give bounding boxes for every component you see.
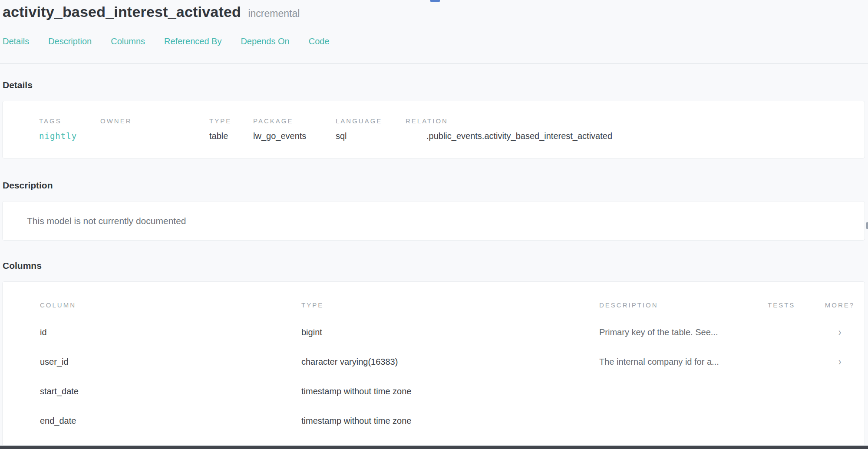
tab-depends-on[interactable]: Depends On xyxy=(241,36,289,46)
tab-columns[interactable]: Columns xyxy=(111,36,145,46)
cell-column-name: user_id xyxy=(40,357,301,367)
cell-column-type: bigint xyxy=(301,327,599,337)
columns-table-header: COLUMN TYPE DESCRIPTION TESTS MORE? xyxy=(3,299,865,310)
cell-column-description: Primary key of the table. See... xyxy=(599,327,768,337)
field-type: TYPE table xyxy=(209,117,253,142)
field-label-owner: OWNER xyxy=(100,117,209,125)
field-label-package: PACKAGE xyxy=(253,117,336,125)
nav-divider xyxy=(0,63,868,64)
page-header: activity_based_interest_activated increm… xyxy=(0,0,868,20)
tab-details[interactable]: Details xyxy=(3,36,29,46)
description-section-heading: Description xyxy=(3,180,868,191)
column-header-more: MORE? xyxy=(822,301,857,309)
page-title: activity_based_interest_activated xyxy=(3,3,241,20)
tab-referenced-by[interactable]: Referenced By xyxy=(164,36,221,46)
field-label-tags: TAGS xyxy=(39,117,100,125)
field-value-package: lw_go_events xyxy=(253,131,336,142)
column-header-description: DESCRIPTION xyxy=(599,301,768,309)
field-owner: OWNER xyxy=(100,117,209,142)
column-header-type: TYPE xyxy=(301,301,599,309)
tab-code[interactable]: Code xyxy=(309,36,330,46)
columns-section-heading: Columns xyxy=(3,261,868,271)
details-card: TAGS nightly OWNER TYPE table PACKAGE lw… xyxy=(2,101,865,158)
column-header-column: COLUMN xyxy=(40,301,301,309)
description-card: This model is not currently documented xyxy=(2,201,865,241)
details-section-heading: Details xyxy=(3,80,868,90)
cell-column-name: end_date xyxy=(40,416,301,426)
bottom-edge-bar xyxy=(0,445,868,449)
columns-card: COLUMN TYPE DESCRIPTION TESTS MORE? id b… xyxy=(2,281,865,449)
cell-column-name: id xyxy=(40,327,301,337)
cell-column-type: timestamp without time zone xyxy=(301,416,599,426)
field-value-owner xyxy=(100,131,209,142)
field-label-language: LANGUAGE xyxy=(336,117,406,125)
cut-off-link-fragment xyxy=(430,0,440,2)
tab-nav: Details Description Columns Referenced B… xyxy=(3,36,868,46)
field-label-relation: RELATION xyxy=(406,117,865,125)
field-value-relation: .public_events.activity_based_interest_a… xyxy=(406,131,865,142)
field-label-type: TYPE xyxy=(209,117,253,125)
field-tags: TAGS nightly xyxy=(39,117,100,142)
description-text: This model is not currently documented xyxy=(27,215,865,227)
table-row-end-date[interactable]: end_date timestamp without time zone xyxy=(3,406,865,436)
field-language: LANGUAGE sql xyxy=(336,117,406,142)
field-value-type: table xyxy=(209,131,253,142)
table-row-id[interactable]: id bigint Primary key of the table. See.… xyxy=(3,317,865,347)
field-value-language: sql xyxy=(336,131,406,142)
cell-column-description: The internal company id for a... xyxy=(599,357,768,367)
cell-column-type: timestamp without time zone xyxy=(301,386,599,396)
tag-link-nightly[interactable]: nightly xyxy=(39,131,100,142)
table-row-start-date[interactable]: start_date timestamp without time zone xyxy=(3,376,865,406)
materialization-badge: incremental xyxy=(248,8,300,19)
field-relation: RELATION .public_events.activity_based_i… xyxy=(406,117,865,142)
cell-column-name: start_date xyxy=(40,386,301,396)
cut-off-edge-button[interactable] xyxy=(866,222,868,229)
tab-description[interactable]: Description xyxy=(48,36,92,46)
field-package: PACKAGE lw_go_events xyxy=(253,117,336,142)
cell-column-type: character varying(16383) xyxy=(301,357,599,367)
table-row-user-id[interactable]: user_id character varying(16383) The int… xyxy=(3,347,865,376)
row-expand-chevron-icon[interactable]: › xyxy=(838,356,842,367)
column-header-tests: TESTS xyxy=(768,301,822,309)
columns-table-body: id bigint Primary key of the table. See.… xyxy=(3,317,865,436)
row-expand-chevron-icon[interactable]: › xyxy=(838,327,842,338)
